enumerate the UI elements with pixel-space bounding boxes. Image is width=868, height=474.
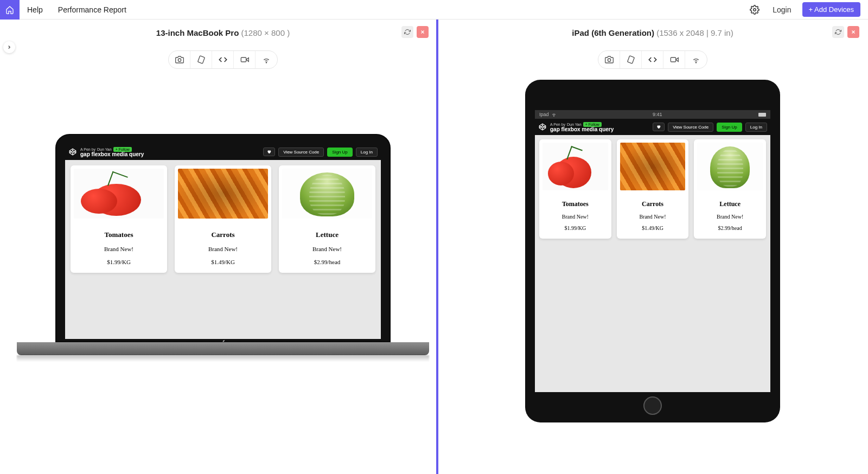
status-label: Ipad xyxy=(539,112,549,117)
svg-rect-14 xyxy=(627,56,634,63)
product-name: Carrots xyxy=(620,200,686,208)
battery-icon xyxy=(758,113,766,117)
product-card: Carrots Brand New! $1.49/KG xyxy=(617,139,689,239)
product-price: $1.49/KG xyxy=(620,225,686,231)
product-image-tomatoes xyxy=(74,169,164,219)
refresh-device-button[interactable] xyxy=(832,26,844,38)
product-tag: Brand New! xyxy=(620,214,686,220)
device-title: iPad (6th Generation) (1536 x 2048 | 9.7… xyxy=(572,28,733,37)
svg-point-18 xyxy=(553,116,554,117)
product-name: Tomatoes xyxy=(542,200,608,208)
product-tag: Brand New! xyxy=(542,214,608,220)
record-button[interactable] xyxy=(663,51,685,68)
codepen-topbar: A Pen by Dun Yan + Follow gap flexbox me… xyxy=(65,144,381,160)
product-price: $1.99/KG xyxy=(542,225,608,231)
product-card: Carrots Brand New! $1.49/KG xyxy=(175,165,271,273)
product-tag: Brand New! xyxy=(282,246,372,252)
topbar: Help Performance Report Login + Add Devi… xyxy=(0,0,868,20)
device-pane-ipad: iPad (6th Generation) (1536 x 2048 | 9.7… xyxy=(438,20,867,474)
product-price: $1.99/KG xyxy=(74,259,164,265)
device-toolbar xyxy=(598,50,707,69)
codepen-login-button[interactable]: Log In xyxy=(356,148,378,157)
device-title: 13-inch MacBook Pro (1280 × 800 ) xyxy=(156,28,290,37)
preview-area: 13-inch MacBook Pro (1280 × 800 ) xyxy=(10,20,868,474)
network-button[interactable] xyxy=(256,51,277,68)
product-card: Tomatoes Brand New! $1.99/KG xyxy=(539,139,611,239)
device-dims: (1536 x 2048 | 9.7 in) xyxy=(656,28,733,37)
signup-button[interactable]: Sign Up xyxy=(327,148,352,157)
record-button[interactable] xyxy=(234,51,256,68)
macbook-frame: A Pen by Dun Yan + Follow gap flexbox me… xyxy=(55,134,391,362)
ipad-viewport[interactable]: Ipad 9:41 A Pen by Dun Yan + Follow xyxy=(535,110,770,392)
rotate-button[interactable] xyxy=(620,51,642,68)
product-name: Tomatoes xyxy=(74,230,164,239)
remove-device-button[interactable] xyxy=(847,26,859,38)
performance-report-link[interactable]: Performance Report xyxy=(50,5,134,14)
svg-point-0 xyxy=(754,8,756,11)
camera-icon xyxy=(605,55,614,64)
ipad-home-button[interactable] xyxy=(643,396,662,415)
chevron-right-icon xyxy=(7,44,12,50)
screenshot-button[interactable] xyxy=(169,51,190,68)
device-name: iPad (6th Generation) xyxy=(572,28,654,37)
refresh-device-button[interactable] xyxy=(401,26,413,38)
refresh-icon xyxy=(835,29,841,35)
video-icon xyxy=(670,55,679,64)
product-card: Lettuce Brand New! $2.99/head xyxy=(279,165,375,273)
remove-device-button[interactable] xyxy=(417,26,429,38)
rotate-button[interactable] xyxy=(190,51,212,68)
product-tag: Brand New! xyxy=(178,246,268,252)
svg-rect-4 xyxy=(197,56,205,63)
inspect-button[interactable] xyxy=(212,51,234,68)
expand-sidebar-button[interactable] xyxy=(3,41,15,53)
help-link[interactable]: Help xyxy=(20,5,50,14)
code-icon xyxy=(219,55,227,64)
svg-point-7 xyxy=(266,62,266,63)
settings-button[interactable] xyxy=(744,5,765,15)
wifi-icon xyxy=(692,55,700,64)
product-image-carrots xyxy=(178,169,268,219)
product-grid: Tomatoes Brand New! $1.99/KG Carrots Bra… xyxy=(65,160,381,278)
codepen-topbar: A Pen by Dun Yan + Follow gap flexbox me… xyxy=(535,119,770,135)
home-button[interactable] xyxy=(0,0,20,20)
svg-rect-15 xyxy=(671,57,675,62)
codepen-logo-icon xyxy=(68,148,77,156)
heart-button[interactable] xyxy=(653,123,665,131)
view-source-button[interactable]: View Source Code xyxy=(668,123,713,132)
macbook-viewport[interactable]: A Pen by Dun Yan + Follow gap flexbox me… xyxy=(65,144,381,339)
product-image-lettuce xyxy=(697,143,763,190)
wifi-icon xyxy=(551,112,557,117)
svg-rect-5 xyxy=(241,57,246,62)
macbook-base xyxy=(17,342,429,355)
ipad-frame: Ipad 9:41 A Pen by Dun Yan + Follow xyxy=(525,80,780,422)
product-tag: Brand New! xyxy=(697,214,763,220)
heart-button[interactable] xyxy=(263,148,275,156)
product-card: Lettuce Brand New! $2.99/head xyxy=(694,139,766,239)
codepen-title: gap flexbox media query xyxy=(80,152,144,157)
device-pane-macbook: 13-inch MacBook Pro (1280 × 800 ) xyxy=(10,20,436,474)
video-icon xyxy=(240,55,249,64)
rotate-icon xyxy=(197,55,206,64)
svg-point-17 xyxy=(695,62,696,63)
device-name: 13-inch MacBook Pro xyxy=(156,28,239,37)
signup-button[interactable]: Sign Up xyxy=(717,123,742,132)
close-icon xyxy=(851,29,856,35)
screenshot-button[interactable] xyxy=(598,51,620,68)
product-price: $1.49/KG xyxy=(178,259,268,265)
home-icon xyxy=(5,5,14,14)
login-link[interactable]: Login xyxy=(765,5,799,14)
refresh-icon xyxy=(404,29,411,35)
wifi-icon xyxy=(262,55,271,64)
inspect-button[interactable] xyxy=(642,51,663,68)
view-source-button[interactable]: View Source Code xyxy=(278,148,324,157)
svg-marker-16 xyxy=(675,58,678,62)
codepen-login-button[interactable]: Log In xyxy=(745,123,767,132)
network-button[interactable] xyxy=(685,51,707,68)
product-image-tomatoes xyxy=(542,143,608,190)
rotate-icon xyxy=(627,55,635,64)
add-devices-button[interactable]: + Add Devices xyxy=(802,2,860,17)
product-image-carrots xyxy=(620,143,686,190)
codepen-title: gap flexbox media query xyxy=(550,127,614,132)
gear-icon xyxy=(750,5,760,15)
svg-marker-6 xyxy=(246,58,248,62)
